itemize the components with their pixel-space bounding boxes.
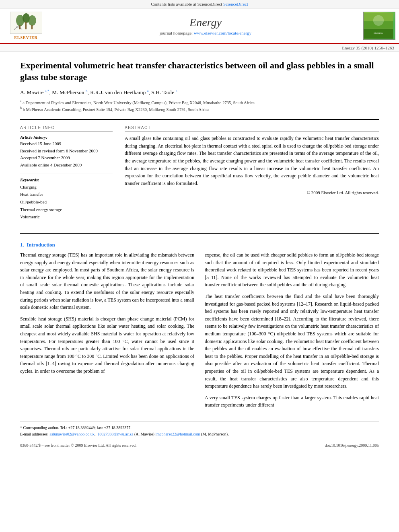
svg-text:ENERGY: ENERGY xyxy=(374,32,383,35)
elsevier-logo: ELSEVIER xyxy=(10,12,42,40)
keyword-volumetric: Volumetric xyxy=(20,213,113,221)
journal-homepage-link[interactable]: www.elsevier.com/locate/energy xyxy=(194,31,251,35)
abstract-heading: Abstract xyxy=(125,125,379,131)
intro-number: 1. xyxy=(20,242,24,248)
email-label: E-mail addresses: xyxy=(20,432,49,436)
affiliations: a a Department of Physics and Electronic… xyxy=(20,99,379,113)
keywords-block: Keywords: Charging Heat transfer Oil/peb… xyxy=(20,177,113,221)
svg-point-12 xyxy=(373,15,383,26)
elsevier-logo-area: ELSEVIER xyxy=(0,8,52,43)
intro-title: Introduction xyxy=(27,242,55,248)
article-info-panel: Article Info Article history: Received 1… xyxy=(20,125,113,225)
intro-para-3: expense, the oil can be used with cheape… xyxy=(205,251,379,289)
abstract-copyright: © 2009 Elsevier Ltd. All rights reserved… xyxy=(125,190,379,195)
cover-graphic-svg: ENERGY xyxy=(363,13,394,39)
affiliation-b: b b McPherso Academic Consulting, Postne… xyxy=(20,106,379,113)
info-section: Article Info Article history: Received 1… xyxy=(20,125,379,225)
article-history-block: Article history: Received 15 June 2009 R… xyxy=(20,135,113,168)
bottom-info-bar: 0360-5442/$ – see front matter © 2009 El… xyxy=(20,443,379,448)
corresponding-note: * Corresponding author. Tel.: +27 18 389… xyxy=(20,425,132,430)
article-history-label: Article history: xyxy=(20,135,113,140)
keyword-charging: Charging xyxy=(20,183,113,191)
keyword-thermal-energy: Thermal energy storage xyxy=(20,206,113,214)
keywords-rule xyxy=(20,173,113,173)
article-dates: Received 15 June 2009 Received in revise… xyxy=(20,140,113,168)
authors-line: A. Mawire a,*, M. McPherson b, R.R.J. va… xyxy=(20,88,379,96)
abstract-text: A small glass tube containing oil and gl… xyxy=(125,135,379,187)
svg-rect-5 xyxy=(25,22,27,29)
keyword-heat-transfer: Heat transfer xyxy=(20,191,113,198)
keyword-oil-pebble: Oil/pebble-bed xyxy=(20,198,113,206)
email-suffix: (A. Mawire) xyxy=(134,432,155,436)
svg-rect-6 xyxy=(31,25,33,29)
elsevier-label: ELSEVIER xyxy=(14,35,38,40)
journal-cover-image: ENERGY xyxy=(363,12,395,40)
received-revised-date: Received in revised form 6 November 2009 xyxy=(20,148,113,155)
affiliation-a: a a Department of Physics and Electronic… xyxy=(20,99,379,106)
intro-heading: 1. Introduction xyxy=(20,242,379,248)
available-date: Available online 4 December 2009 xyxy=(20,162,113,169)
journal-header: ELSEVIER Energy journal homepage: www.el… xyxy=(0,8,399,44)
paper-content: Experimental volumetric heat transfer ch… xyxy=(0,52,399,460)
article-info-heading: Article Info xyxy=(20,125,113,131)
sciencedirect-text: Contents lists available at ScienceDirec… xyxy=(151,2,222,6)
sciencedirect-link[interactable]: ScienceDirect xyxy=(223,2,248,6)
mcpherson-suffix: (M. McPherson). xyxy=(201,432,229,436)
intro-para-1: Thermal energy storage (TES) has an impo… xyxy=(20,251,194,311)
journal-title: Energy xyxy=(189,16,222,29)
body-col-right: expense, the oil can be used with cheape… xyxy=(205,251,379,413)
citation-text: Energy 35 (2010) 1256–1263 xyxy=(342,45,394,50)
svg-point-3 xyxy=(28,15,36,26)
top-bar: Contents lists available at ScienceDirec… xyxy=(0,0,399,8)
thick-rule-top xyxy=(20,119,379,120)
journal-homepage: journal homepage: www.elsevier.com/locat… xyxy=(160,31,251,35)
authors-text: A. Mawire a,*, M. McPherson b, R.R.J. va… xyxy=(20,89,177,95)
email2-link[interactable]: 18027938@nwu.ac.za xyxy=(97,432,133,436)
intro-para-5: A very small TES system charges up faste… xyxy=(205,394,379,409)
body-two-col: Thermal energy storage (TES) has an impo… xyxy=(20,251,379,413)
received-date: Received 15 June 2009 xyxy=(20,140,113,148)
journal-header-center: Energy journal homepage: www.elsevier.co… xyxy=(52,8,359,43)
email1-link[interactable]: aslunawire02@yahoo.co.uk xyxy=(49,432,94,436)
thick-rule-bottom xyxy=(20,233,379,234)
body-col-left: Thermal energy storage (TES) has an impo… xyxy=(20,251,194,413)
svg-point-7 xyxy=(16,26,19,28)
intro-para-4: The heat transfer coefficients between t… xyxy=(205,293,379,390)
keywords-label: Keywords: xyxy=(20,177,113,182)
accepted-date: Accepted 7 November 2009 xyxy=(20,154,113,162)
intro-para-2: Sensible heat storage (SHS) material is … xyxy=(20,315,194,375)
mcpherson-email-link[interactable]: lmcpherso22@hotmail.com xyxy=(155,432,200,436)
paper-title: Experimental volumetric heat transfer ch… xyxy=(20,60,379,83)
bottom-left-text: 0360-5442/$ – see front matter © 2009 El… xyxy=(20,443,136,448)
journal-homepage-text: journal homepage: xyxy=(160,31,194,35)
paper-footer: * Corresponding author. Tel.: +27 18 389… xyxy=(20,421,379,448)
footnote-corresponding: * Corresponding author. Tel.: +27 18 389… xyxy=(20,425,379,438)
abstract-section: Abstract A small glass tube containing o… xyxy=(125,125,379,225)
bottom-right-doi: doi:10.1016/j.energy.2009.11.005 xyxy=(325,443,379,448)
elsevier-tree-icon xyxy=(10,12,42,34)
journal-cover-area: ENERGY xyxy=(359,8,399,43)
citation-bar: Energy 35 (2010) 1256–1263 xyxy=(0,44,399,52)
body-section: 1. Introduction Thermal energy storage (… xyxy=(20,242,379,413)
